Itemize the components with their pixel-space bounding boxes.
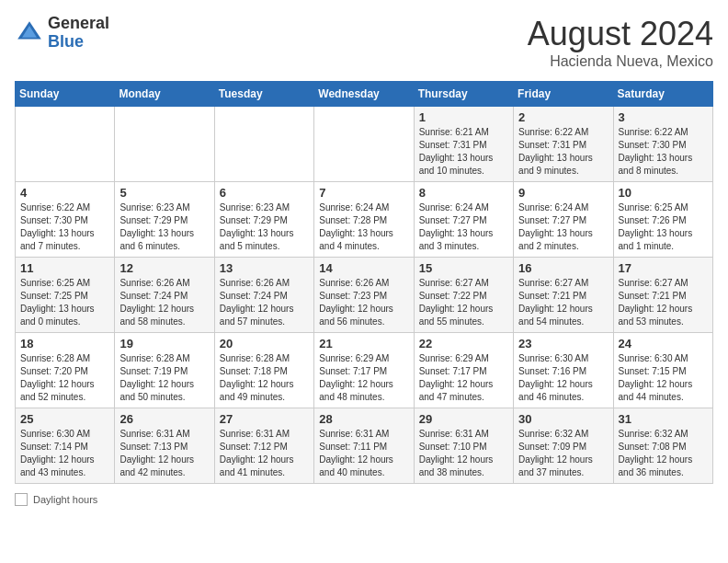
table-row [16, 107, 115, 182]
logo-blue-text: Blue [48, 33, 109, 52]
day-info: Sunrise: 6:30 AM Sunset: 7:16 PM Dayligh… [518, 352, 608, 404]
day-info: Sunrise: 6:31 AM Sunset: 7:10 PM Dayligh… [419, 428, 508, 479]
title-block: August 2024 Hacienda Nueva, Mexico [528, 15, 713, 70]
table-row: 29Sunrise: 6:31 AM Sunset: 7:10 PM Dayli… [414, 408, 513, 484]
table-row: 3Sunrise: 6:22 AM Sunset: 7:30 PM Daylig… [613, 107, 712, 182]
day-number: 25 [20, 412, 109, 426]
table-row: 16Sunrise: 6:27 AM Sunset: 7:21 PM Dayli… [514, 258, 613, 333]
table-row: 1Sunrise: 6:21 AM Sunset: 7:31 PM Daylig… [414, 107, 513, 182]
day-info: Sunrise: 6:25 AM Sunset: 7:26 PM Dayligh… [619, 201, 708, 253]
calendar-week-2: 4Sunrise: 6:22 AM Sunset: 7:30 PM Daylig… [16, 182, 713, 258]
day-number: 31 [619, 412, 708, 426]
day-number: 8 [419, 186, 508, 200]
day-number: 5 [119, 186, 209, 200]
day-info: Sunrise: 6:31 AM Sunset: 7:13 PM Dayligh… [119, 428, 209, 479]
day-info: Sunrise: 6:27 AM Sunset: 7:21 PM Dayligh… [619, 277, 708, 328]
day-number: 29 [419, 412, 508, 426]
calendar-week-4: 18Sunrise: 6:28 AM Sunset: 7:20 PM Dayli… [16, 333, 713, 408]
header-friday: Friday [514, 82, 613, 107]
table-row: 13Sunrise: 6:26 AM Sunset: 7:24 PM Dayli… [214, 258, 313, 333]
day-info: Sunrise: 6:28 AM Sunset: 7:19 PM Dayligh… [119, 352, 209, 404]
table-row: 28Sunrise: 6:31 AM Sunset: 7:11 PM Dayli… [314, 408, 414, 484]
day-info: Sunrise: 6:23 AM Sunset: 7:29 PM Dayligh… [220, 201, 309, 253]
day-info: Sunrise: 6:31 AM Sunset: 7:11 PM Dayligh… [319, 428, 408, 479]
table-row: 11Sunrise: 6:25 AM Sunset: 7:25 PM Dayli… [16, 258, 115, 333]
month-title: August 2024 [528, 15, 713, 53]
day-number: 19 [119, 337, 209, 350]
table-row: 7Sunrise: 6:24 AM Sunset: 7:28 PM Daylig… [314, 182, 414, 258]
table-row: 5Sunrise: 6:23 AM Sunset: 7:29 PM Daylig… [115, 182, 214, 258]
day-number: 16 [518, 261, 608, 275]
day-info: Sunrise: 6:32 AM Sunset: 7:08 PM Dayligh… [619, 428, 708, 479]
day-number: 6 [220, 186, 309, 200]
day-info: Sunrise: 6:26 AM Sunset: 7:23 PM Dayligh… [319, 277, 408, 328]
header-thursday: Thursday [414, 82, 513, 107]
day-info: Sunrise: 6:26 AM Sunset: 7:24 PM Dayligh… [220, 277, 309, 328]
day-number: 11 [20, 261, 109, 275]
day-info: Sunrise: 6:31 AM Sunset: 7:12 PM Dayligh… [220, 428, 309, 479]
day-number: 10 [619, 186, 708, 200]
header-saturday: Saturday [613, 82, 712, 107]
day-info: Sunrise: 6:24 AM Sunset: 7:28 PM Dayligh… [319, 201, 408, 253]
table-row [314, 107, 414, 182]
day-number: 17 [619, 261, 708, 275]
day-info: Sunrise: 6:27 AM Sunset: 7:21 PM Dayligh… [518, 277, 608, 328]
day-info: Sunrise: 6:24 AM Sunset: 7:27 PM Dayligh… [419, 201, 508, 253]
calendar-header-row: Sunday Monday Tuesday Wednesday Thursday… [16, 82, 713, 107]
table-row: 18Sunrise: 6:28 AM Sunset: 7:20 PM Dayli… [16, 333, 115, 408]
day-info: Sunrise: 6:32 AM Sunset: 7:09 PM Dayligh… [518, 428, 608, 479]
day-number: 3 [619, 110, 708, 124]
day-info: Sunrise: 6:27 AM Sunset: 7:22 PM Dayligh… [419, 277, 508, 328]
day-number: 20 [220, 337, 309, 350]
day-number: 30 [518, 412, 608, 426]
day-number: 4 [20, 186, 109, 200]
day-info: Sunrise: 6:29 AM Sunset: 7:17 PM Dayligh… [419, 352, 508, 404]
table-row: 2Sunrise: 6:22 AM Sunset: 7:31 PM Daylig… [514, 107, 613, 182]
day-info: Sunrise: 6:29 AM Sunset: 7:17 PM Dayligh… [319, 352, 408, 404]
day-number: 26 [119, 412, 209, 426]
table-row: 21Sunrise: 6:29 AM Sunset: 7:17 PM Dayli… [314, 333, 414, 408]
day-number: 12 [119, 261, 209, 275]
table-row [115, 107, 214, 182]
logo-text: General Blue [48, 15, 109, 52]
day-info: Sunrise: 6:26 AM Sunset: 7:24 PM Dayligh… [119, 277, 209, 328]
logo: General Blue [15, 15, 109, 52]
location-subtitle: Hacienda Nueva, Mexico [528, 53, 713, 70]
day-number: 9 [518, 186, 608, 200]
day-info: Sunrise: 6:22 AM Sunset: 7:31 PM Dayligh… [518, 126, 608, 178]
table-row: 26Sunrise: 6:31 AM Sunset: 7:13 PM Dayli… [115, 408, 214, 484]
table-row: 30Sunrise: 6:32 AM Sunset: 7:09 PM Dayli… [514, 408, 613, 484]
day-number: 22 [419, 337, 508, 350]
table-row: 22Sunrise: 6:29 AM Sunset: 7:17 PM Dayli… [414, 333, 513, 408]
table-row: 12Sunrise: 6:26 AM Sunset: 7:24 PM Dayli… [115, 258, 214, 333]
table-row: 9Sunrise: 6:24 AM Sunset: 7:27 PM Daylig… [514, 182, 613, 258]
footer-box [15, 493, 28, 506]
table-row: 10Sunrise: 6:25 AM Sunset: 7:26 PM Dayli… [613, 182, 712, 258]
table-row: 23Sunrise: 6:30 AM Sunset: 7:16 PM Dayli… [514, 333, 613, 408]
footer-label: Daylight hours [33, 494, 97, 505]
day-number: 24 [619, 337, 708, 350]
header-wednesday: Wednesday [314, 82, 414, 107]
page-header: General Blue August 2024 Hacienda Nueva,… [15, 15, 713, 70]
table-row [214, 107, 313, 182]
day-info: Sunrise: 6:28 AM Sunset: 7:20 PM Dayligh… [20, 352, 109, 404]
table-row: 25Sunrise: 6:30 AM Sunset: 7:14 PM Dayli… [16, 408, 115, 484]
table-row: 15Sunrise: 6:27 AM Sunset: 7:22 PM Dayli… [414, 258, 513, 333]
table-row: 20Sunrise: 6:28 AM Sunset: 7:18 PM Dayli… [214, 333, 313, 408]
table-row: 17Sunrise: 6:27 AM Sunset: 7:21 PM Dayli… [613, 258, 712, 333]
day-number: 7 [319, 186, 408, 200]
day-number: 18 [20, 337, 109, 350]
logo-icon [15, 18, 44, 48]
day-number: 13 [220, 261, 309, 275]
day-info: Sunrise: 6:30 AM Sunset: 7:15 PM Dayligh… [619, 352, 708, 404]
day-info: Sunrise: 6:21 AM Sunset: 7:31 PM Dayligh… [419, 126, 508, 178]
header-monday: Monday [115, 82, 214, 107]
day-number: 15 [419, 261, 508, 275]
calendar-table: Sunday Monday Tuesday Wednesday Thursday… [15, 81, 713, 484]
header-sunday: Sunday [16, 82, 115, 107]
day-info: Sunrise: 6:22 AM Sunset: 7:30 PM Dayligh… [619, 126, 708, 178]
calendar-week-5: 25Sunrise: 6:30 AM Sunset: 7:14 PM Dayli… [16, 408, 713, 484]
header-tuesday: Tuesday [214, 82, 313, 107]
table-row: 6Sunrise: 6:23 AM Sunset: 7:29 PM Daylig… [214, 182, 313, 258]
day-number: 2 [518, 110, 608, 124]
